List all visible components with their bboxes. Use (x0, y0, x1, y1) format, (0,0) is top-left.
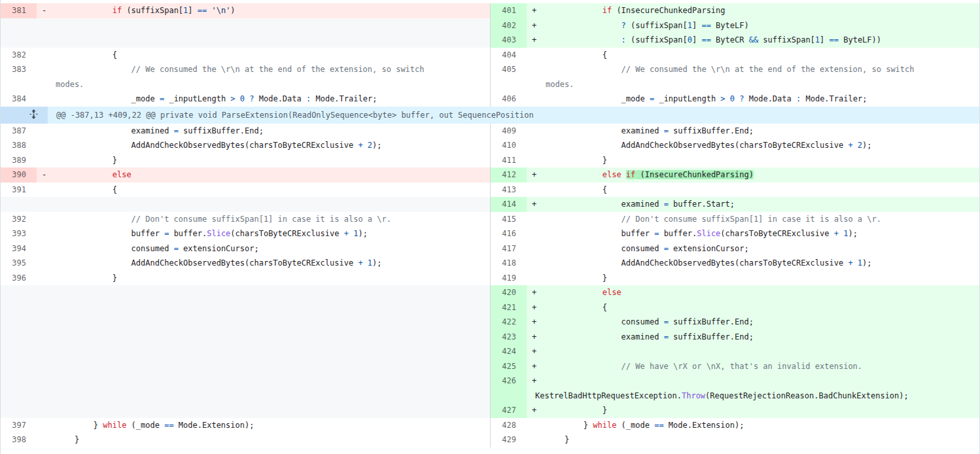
diff-line-ctx: 395 AddAndCheckObservedBytes(charsToByte… (1, 256, 490, 271)
diff-line-ctx: 392 // Don't consume suffixSpan[1] in ca… (1, 212, 490, 227)
line-number (491, 77, 527, 92)
diff-line-fill (1, 315, 490, 330)
diff-line-ctx: 418 AddAndCheckObservedBytes(charsToByte… (491, 256, 980, 271)
line-number[interactable]: 404 (491, 48, 527, 63)
code-line: // We consumed the \r\n at the end of th… (56, 62, 490, 77)
code-line: } while (_mode == Mode.Extension); (546, 418, 980, 433)
line-number[interactable]: 419 (491, 271, 527, 286)
code-line: if (InsecureChunkedParsing (546, 3, 980, 18)
diff-marker: + (527, 315, 546, 330)
diff-marker (37, 18, 56, 33)
line-number[interactable]: 390 (1, 167, 37, 183)
diff-marker: + (527, 167, 546, 183)
line-number[interactable]: 397 (1, 418, 37, 433)
diff-line-fill (1, 344, 490, 359)
code-line: examined = suffixBuffer.End; (56, 124, 490, 139)
line-number[interactable]: 416 (491, 226, 527, 241)
code-line: modes. (56, 77, 490, 92)
line-number[interactable]: 394 (1, 241, 37, 256)
line-number[interactable]: 422 (491, 315, 527, 330)
diff-marker: + (527, 300, 546, 315)
diff-marker (37, 389, 56, 404)
line-number[interactable]: 392 (1, 212, 37, 227)
line-number (1, 315, 37, 330)
code-line: examined = suffixBuffer.End; (546, 330, 980, 345)
line-number[interactable]: 426 (491, 374, 527, 389)
code-line: buffer = buffer.Slice(charsToByteCRExclu… (546, 226, 980, 241)
diff-line-fill (1, 18, 490, 33)
diff-marker (37, 432, 56, 447)
code-line: // Don't consume suffixSpan[1] in case i… (546, 212, 980, 227)
code-line: examined = suffixBuffer.End; (546, 124, 980, 139)
diff-pane-new: 401+ if (InsecureChunkedParsing402+ ? (s… (491, 3, 980, 107)
diff-line-fill (1, 359, 490, 374)
diff-marker (37, 92, 56, 107)
line-number[interactable]: 391 (1, 183, 37, 198)
line-number[interactable]: 414 (491, 197, 527, 212)
code-line: AddAndCheckObservedBytes(charsToByteCREx… (56, 138, 490, 153)
line-number[interactable]: 417 (491, 241, 527, 256)
line-number[interactable]: 393 (1, 226, 37, 241)
line-number[interactable]: 402 (491, 18, 527, 33)
diff-line-add: 420+ else (491, 285, 980, 300)
code-line: { (546, 300, 980, 315)
line-number[interactable]: 395 (1, 256, 37, 271)
diff-line-addwrap: KestrelBadHttpRequestException.Throw(Req… (491, 389, 980, 404)
line-number[interactable]: 413 (491, 183, 527, 198)
diff-marker (37, 153, 56, 168)
line-number[interactable]: 418 (491, 256, 527, 271)
line-number[interactable]: 410 (491, 138, 527, 153)
line-number[interactable]: 412 (491, 167, 527, 183)
diff-line-ctx: 388 AddAndCheckObservedBytes(charsToByte… (1, 138, 490, 153)
code-line (56, 403, 490, 418)
diff-marker (37, 359, 56, 374)
line-number[interactable]: 409 (491, 124, 527, 139)
line-number[interactable]: 420 (491, 285, 527, 300)
code-line: { (56, 48, 490, 63)
line-number (1, 374, 37, 389)
line-number[interactable]: 383 (1, 62, 37, 77)
diff-marker (37, 256, 56, 271)
line-number[interactable]: 387 (1, 124, 37, 139)
line-number[interactable]: 396 (1, 271, 37, 286)
line-number[interactable]: 405 (491, 62, 527, 77)
diff-pane-old: 381- if (suffixSpan[1] == '\n')382 {383 … (1, 3, 491, 107)
line-number[interactable]: 425 (491, 359, 527, 374)
code-line: buffer = buffer.Slice(charsToByteCRExclu… (56, 226, 490, 241)
expand-diff-button[interactable] (1, 107, 48, 124)
line-number[interactable]: 406 (491, 92, 527, 107)
line-number[interactable]: 389 (1, 153, 37, 168)
diff-marker (37, 271, 56, 286)
code-line: } (546, 432, 980, 447)
diff-line-add: 421+ { (491, 300, 980, 315)
code-line: AddAndCheckObservedBytes(charsToByteCREx… (56, 256, 490, 271)
diff-line-fill (1, 374, 490, 389)
line-number[interactable]: 423 (491, 330, 527, 345)
line-number[interactable]: 411 (491, 153, 527, 168)
code-line (56, 389, 490, 404)
diff-line-ctx: 429 } (491, 432, 980, 447)
line-number[interactable]: 428 (491, 418, 527, 433)
line-number[interactable]: 401 (491, 3, 527, 18)
line-number[interactable]: 427 (491, 403, 527, 418)
diff-line-add: 425+ // We have \rX or \nX, that's an in… (491, 359, 980, 374)
line-number[interactable]: 424 (491, 344, 527, 359)
line-number[interactable]: 382 (1, 48, 37, 63)
diff-marker (37, 197, 56, 212)
diff-line-add: 423+ examined = suffixBuffer.End; (491, 330, 980, 345)
line-number (1, 389, 37, 404)
line-number[interactable]: 429 (491, 432, 527, 447)
line-number[interactable]: 381 (1, 3, 37, 18)
line-number[interactable]: 398 (1, 432, 37, 447)
code-line: ? (suffixSpan[1] == ByteLF) (546, 18, 980, 33)
code-line (56, 197, 490, 212)
line-number[interactable]: 421 (491, 300, 527, 315)
line-number[interactable]: 403 (491, 33, 527, 48)
diff-split-view: 381- if (suffixSpan[1] == '\n')382 {383 … (0, 0, 980, 454)
code-line (56, 300, 490, 315)
line-number[interactable]: 415 (491, 212, 527, 227)
line-number (1, 344, 37, 359)
diff-line-add: 402+ ? (suffixSpan[1] == ByteLF) (491, 18, 980, 33)
line-number[interactable]: 384 (1, 92, 37, 107)
line-number[interactable]: 388 (1, 138, 37, 153)
